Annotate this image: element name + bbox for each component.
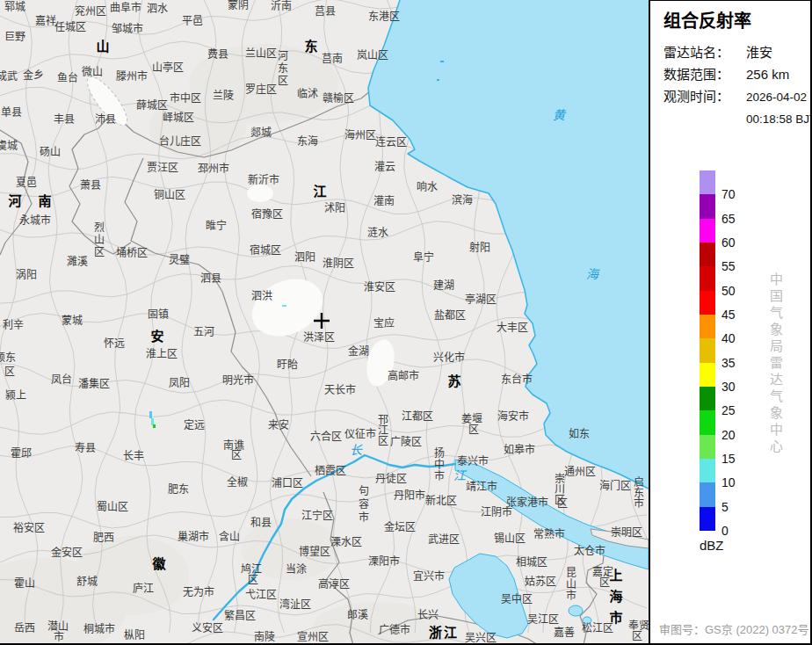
map-label: 罗庄区 (245, 83, 277, 96)
colorbar-unit: dBZ (700, 538, 724, 553)
map-label: 江宁区 (301, 509, 333, 522)
map-label: 淮阴区 (323, 257, 354, 270)
top-border (649, 0, 812, 1)
obs-clock-value: 00:18:58 BJT (746, 112, 812, 126)
map-label: 台儿庄区 (159, 134, 201, 148)
map-label: 泗洪 (251, 290, 272, 302)
map-label: 丹阳市 (394, 489, 425, 502)
map-label: 市 (566, 589, 576, 602)
map-label: 灵璧 (169, 253, 190, 266)
map-label: 成武 (0, 70, 18, 83)
map-label: 大丰区 (497, 322, 528, 334)
map-label: 阜宁 (413, 250, 434, 264)
map-label: 邹城市 (112, 22, 143, 35)
map-label: 东海 (297, 134, 318, 148)
map-label: 金坛区 (384, 520, 416, 533)
map-label: 无为市 (183, 585, 214, 598)
colorbar-tick: 35 (721, 356, 736, 370)
map-label: 邳州市 (198, 162, 229, 175)
map-label: 涟水 (367, 226, 388, 239)
map-label: 海 (609, 589, 624, 604)
map-label: 肥东 (168, 483, 189, 496)
map-label: 江阴市 (481, 505, 512, 518)
map-label: 泗县 (200, 272, 221, 285)
map-label: 凤阳 (169, 377, 190, 389)
map-label: 浙江 (429, 625, 459, 640)
map-label: 姑苏区 (525, 576, 556, 588)
map-label: 潘集区 (78, 377, 110, 390)
map-label: 萧县 (80, 179, 101, 192)
map-label: 睢宁 (206, 219, 227, 232)
map-label: 泗水 (147, 3, 168, 15)
map-label: 溧水区 (330, 536, 362, 548)
map-label: 安 (150, 329, 165, 344)
map-label: 舒城 (76, 576, 98, 588)
data-range-row: 数据范围：256 km (663, 63, 810, 85)
colorbar-tick: 60 (721, 236, 736, 250)
map-label: 兴化市 (433, 351, 465, 364)
map-label: 岚山区 (357, 49, 388, 62)
map-label: 含山 (219, 530, 240, 543)
colorbar-segment (700, 507, 715, 531)
colorbar-tick: 10 (721, 475, 736, 489)
map-label: 河 (278, 50, 288, 62)
map-label: 长 (350, 444, 363, 457)
map-label: 赣榆区 (323, 91, 354, 105)
map-label: 怀远 (104, 337, 125, 350)
data-range-label: 数据范围： (663, 63, 746, 85)
map-label: 海安市 (497, 409, 529, 423)
map-label: 霍山 (14, 577, 35, 590)
map-label: 河 (8, 193, 23, 208)
map-label: 长丰 (123, 450, 144, 462)
map-label: 高邮市 (388, 369, 419, 382)
map-label: 金乡 (23, 69, 44, 82)
map-label: 费县 (207, 48, 228, 61)
map-label: 郎溪 (347, 609, 368, 621)
map-label: 灌云 (374, 161, 395, 173)
map-label: 宜兴市 (413, 569, 445, 583)
map-label: 东 (278, 62, 288, 75)
map-label: 沂南 (271, 0, 292, 12)
colorbar-tick: 40 (721, 331, 736, 345)
colorbar-segment (700, 338, 715, 362)
map-label: 凤台 (51, 373, 72, 386)
license-number: 审图号：GS京 (2022) 0372号 (659, 620, 809, 637)
map-label: 嘉善 (554, 626, 575, 639)
dianshan-lake (569, 605, 583, 616)
map-label: 鱼台 (57, 71, 78, 84)
obs-time-label: 观测时间： (663, 85, 746, 107)
map-label: 新北区 (425, 494, 457, 507)
map-label: 灌南 (373, 194, 395, 207)
map-label: 明光市 (222, 373, 254, 387)
map-label: 肥西 (93, 532, 114, 544)
map-label: 砀山 (40, 146, 61, 158)
map-label: 南 (38, 193, 53, 208)
map-label: 靖江市 (466, 480, 497, 493)
map-label: 郯城 (250, 127, 272, 139)
map-label: 滨海 (452, 193, 473, 207)
map-label: 如东 (569, 427, 590, 440)
map-label: 定远 (184, 418, 205, 431)
map-label: 曲阜市 (110, 1, 141, 14)
colorbar-segment (700, 387, 715, 410)
map-label: 浦口区 (272, 477, 303, 489)
map-label: 和县 (250, 517, 272, 529)
colorbar-segment (700, 315, 715, 338)
map-label: 扬 (434, 446, 445, 460)
colorbar-segment (700, 363, 715, 387)
station-name-row: 雷达站名：淮安 (663, 41, 810, 63)
map-label: 区 (4, 366, 15, 378)
map-label: 宿豫区 (251, 207, 283, 221)
map-label: 任城区 (54, 21, 86, 33)
colorbar-segment (700, 410, 715, 434)
map-label: 利辛 (3, 319, 24, 331)
map-label: 徽 (151, 556, 167, 571)
map-label: 平邑 (182, 15, 203, 27)
colorbar-segment (700, 194, 715, 218)
map-label: 兖州区 (75, 4, 106, 18)
map-label: 长兴 (417, 609, 439, 621)
map-label: 崇明区 (611, 526, 642, 539)
map-label: 区 (94, 246, 105, 258)
colorbar-segment (700, 266, 715, 290)
map-label: 五河 (193, 326, 214, 338)
